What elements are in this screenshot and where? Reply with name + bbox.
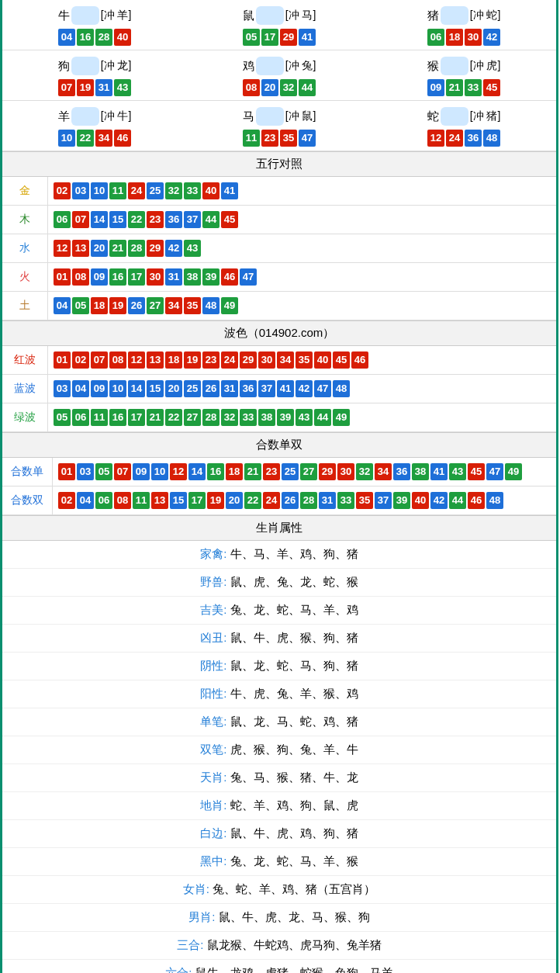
ball: 31 — [319, 492, 336, 509]
ball: 46 — [468, 492, 485, 509]
ball: 33 — [337, 492, 354, 509]
zodiac-icon — [71, 107, 99, 126]
attr-val: 鼠龙猴、牛蛇鸡、虎马狗、兔羊猪 — [204, 938, 382, 951]
table-row: 土04051819262734354849 — [2, 292, 556, 320]
ball: 48 — [486, 492, 503, 509]
ball: 36 — [465, 130, 482, 147]
ball: 43 — [184, 240, 201, 257]
ball: 14 — [188, 463, 206, 480]
ball: 03 — [54, 380, 71, 397]
zodiac-clash: [冲 猪] — [470, 109, 501, 122]
zodiac-cell: 马[冲 鼠]11233547 — [187, 101, 372, 151]
ball: 20 — [91, 240, 108, 257]
ball: 33 — [465, 79, 482, 96]
attr-line: 阴性: 鼠、龙、蛇、马、狗、猪 — [2, 653, 556, 680]
attr-line: 黑中: 兔、龙、蛇、马、羊、猴 — [2, 848, 556, 876]
attr-val: 蛇、羊、鸡、狗、鼠、虎 — [227, 798, 358, 812]
ball: 08 — [109, 351, 126, 369]
ball: 02 — [58, 492, 75, 509]
ball: 04 — [77, 492, 94, 509]
attr-line: 凶丑: 鼠、牛、虎、猴、狗、猪 — [2, 625, 556, 653]
zodiac-icon — [441, 107, 468, 126]
ball: 28 — [95, 29, 112, 46]
attr-line: 三合: 鼠龙猴、牛蛇鸡、虎马狗、兔羊猪 — [2, 932, 556, 960]
zodiac-icon — [441, 6, 468, 25]
ball: 11 — [91, 409, 108, 426]
row-label: 蓝波 — [2, 375, 48, 403]
ball: 16 — [109, 268, 126, 286]
attr-line: 六合: 鼠牛、龙鸡、虎猪、蛇猴、兔狗、马羊 — [2, 960, 556, 973]
ball: 41 — [430, 463, 448, 480]
ball: 29 — [240, 351, 257, 369]
ball: 12 — [54, 240, 71, 257]
zodiac-balls: 09213345 — [372, 78, 556, 97]
ball: 29 — [319, 463, 336, 480]
attr-key: 六合: — [165, 966, 192, 973]
ball: 13 — [151, 492, 168, 509]
ball: 04 — [54, 297, 71, 314]
ball: 40 — [314, 351, 331, 369]
ball: 31 — [95, 79, 112, 96]
zodiac-name: 羊 — [58, 109, 70, 123]
zodiac-cell: 鼠[冲 马]05172941 — [187, 0, 372, 50]
ball: 05 — [72, 297, 89, 314]
ball: 05 — [243, 29, 260, 46]
ball: 06 — [95, 492, 112, 509]
ball: 34 — [277, 351, 294, 369]
zodiac-row: 狗[冲 龙]07193143鸡[冲 兔]08203244猴[冲 虎]092133… — [2, 50, 556, 101]
ball: 12 — [128, 351, 145, 369]
zodiac-balls: 05172941 — [187, 28, 372, 47]
zodiac-name: 狗 — [58, 59, 70, 72]
ball: 26 — [202, 380, 220, 397]
ball: 10 — [91, 182, 108, 199]
ball: 18 — [226, 463, 243, 480]
attr-val: 鼠、牛、虎、龙、马、猴、狗 — [216, 910, 370, 923]
row-label: 合数单 — [2, 458, 53, 486]
ball: 41 — [221, 182, 238, 199]
ball: 47 — [314, 380, 331, 397]
ball: 24 — [221, 351, 238, 369]
zodiac-balls: 11233547 — [187, 129, 372, 147]
ball: 14 — [128, 380, 145, 397]
ball: 07 — [91, 351, 108, 369]
ball: 29 — [147, 240, 164, 257]
wuxing-header: 五行对照 — [2, 151, 556, 177]
attr-line: 野兽: 鼠、虎、兔、龙、蛇、猴 — [2, 569, 556, 597]
ball: 37 — [184, 211, 201, 228]
heshu-table: 合数单0103050709101214161821232527293032343… — [2, 458, 556, 515]
attr-val: 鼠、牛、虎、猴、狗、猪 — [227, 631, 358, 644]
attr-val: 兔、马、猴、猪、牛、龙 — [227, 770, 358, 784]
zodiac-name: 猪 — [427, 9, 439, 22]
attr-val: 兔、龙、蛇、马、羊、鸡 — [227, 603, 358, 616]
ball: 49 — [221, 297, 238, 314]
ball: 42 — [296, 380, 313, 397]
main-wrap: 牛[冲 羊]04162840鼠[冲 马]05172941猪[冲 蛇]061830… — [0, 0, 558, 973]
zodiac-row: 羊[冲 牛]10223446马[冲 鼠]11233547蛇[冲 猪]122436… — [2, 101, 556, 151]
ball: 19 — [207, 492, 224, 509]
ball: 21 — [109, 240, 126, 257]
attr-key: 天肖: — [200, 770, 226, 784]
zodiac-clash: [冲 羊] — [101, 9, 132, 21]
attr-line: 地肖: 蛇、羊、鸡、狗、鼠、虎 — [2, 792, 556, 820]
zodiac-name: 马 — [243, 109, 254, 123]
attr-val: 兔、蛇、羊、鸡、猪（五宫肖） — [209, 882, 375, 895]
ball: 15 — [147, 380, 164, 397]
row-label: 金 — [2, 177, 48, 206]
row-values: 0102070812131819232429303435404546 — [48, 346, 557, 375]
ball: 27 — [147, 297, 164, 314]
attr-key: 三合: — [177, 938, 203, 951]
zodiac-name: 鸡 — [243, 59, 254, 72]
attr-val: 牛、虎、兔、羊、猴、鸡 — [227, 687, 358, 700]
ball: 39 — [202, 268, 220, 286]
attr-line: 吉美: 兔、龙、蛇、马、羊、鸡 — [2, 597, 556, 625]
zodiac-cell: 羊[冲 牛]10223446 — [2, 101, 187, 151]
zodiac-clash: [冲 鼠] — [285, 109, 316, 122]
row-label: 土 — [2, 292, 48, 320]
ball: 10 — [151, 463, 168, 480]
ball: 25 — [147, 182, 164, 199]
ball: 32 — [221, 409, 238, 426]
ball: 36 — [240, 380, 257, 397]
attr-key: 地肖: — [200, 798, 226, 812]
ball: 39 — [277, 409, 294, 426]
attr-line: 白边: 鼠、牛、虎、鸡、狗、猪 — [2, 820, 556, 848]
